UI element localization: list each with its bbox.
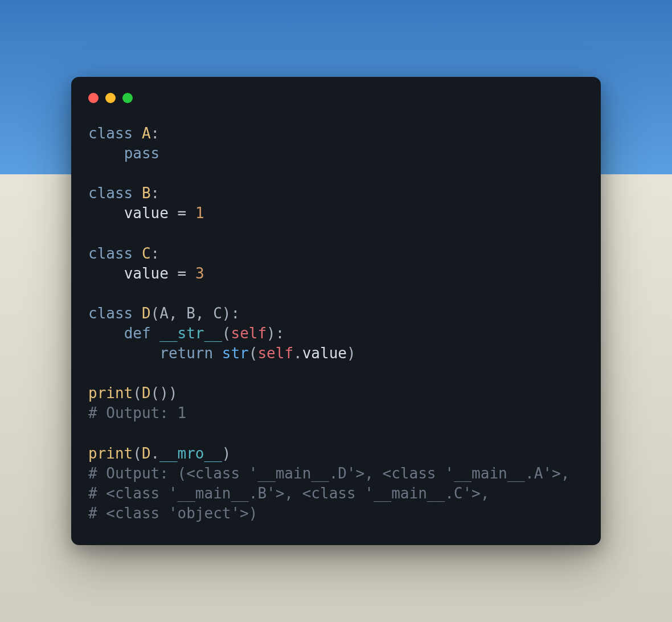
close-icon[interactable] (88, 93, 99, 103)
paren-open: ( (133, 445, 142, 462)
keyword-def: def (124, 325, 151, 342)
keyword-class: class (88, 125, 133, 142)
dot: . (293, 345, 302, 362)
builtin-print: print (88, 384, 133, 402)
bases-list: (A, B, C) (151, 305, 231, 322)
keyword-class: class (88, 245, 133, 262)
keyword-class: class (88, 305, 133, 322)
paren-open: ( (133, 384, 142, 402)
operator-equals: = (178, 265, 187, 282)
class-d-call: D (142, 384, 151, 402)
paren-close: ) (222, 445, 231, 462)
operator-equals: = (178, 204, 187, 222)
self-param: self (231, 325, 267, 342)
class-name-d: D (142, 305, 151, 322)
comment-output-2b: # <class '__main__.B'>, <class '__main__… (88, 485, 489, 502)
class-name-a: A (142, 125, 151, 142)
code-block: class A: pass class B: value = 1 class C… (88, 124, 584, 523)
identifier-value: value (124, 265, 169, 282)
builtin-str: str (222, 345, 249, 362)
builtin-print: print (88, 445, 133, 462)
keyword-pass: pass (124, 145, 160, 162)
call-parens: ()) (151, 384, 178, 402)
paren-close-colon: ): (267, 325, 284, 342)
attr-mro: __mro__ (159, 445, 222, 462)
keyword-return: return (159, 345, 213, 362)
paren-open: ( (249, 345, 258, 362)
colon: : (151, 185, 160, 202)
comment-output-2a: # Output: (<class '__main__.D'>, <class … (88, 465, 569, 482)
minimize-icon[interactable] (105, 93, 116, 103)
paren-open: ( (222, 325, 231, 342)
self-ref: self (257, 345, 293, 362)
maximize-icon[interactable] (122, 93, 133, 103)
identifier-value: value (124, 204, 169, 222)
method-str: __str__ (159, 325, 222, 342)
dot: . (151, 445, 160, 462)
colon: : (151, 245, 160, 262)
number-literal: 3 (195, 265, 204, 282)
number-literal: 1 (195, 204, 204, 222)
keyword-class: class (88, 185, 133, 202)
code-window: class A: pass class B: value = 1 class C… (71, 77, 601, 545)
comment-output-2c: # <class 'object'>) (88, 505, 257, 522)
attr-value: value (302, 345, 347, 362)
window-titlebar (88, 93, 584, 103)
class-d-ref: D (142, 445, 151, 462)
class-name-c: C (142, 245, 151, 262)
paren-close: ) (347, 345, 356, 362)
colon: : (151, 125, 160, 142)
comment-output-1: # Output: 1 (88, 404, 186, 422)
colon: : (231, 305, 240, 322)
class-name-b: B (142, 185, 151, 202)
